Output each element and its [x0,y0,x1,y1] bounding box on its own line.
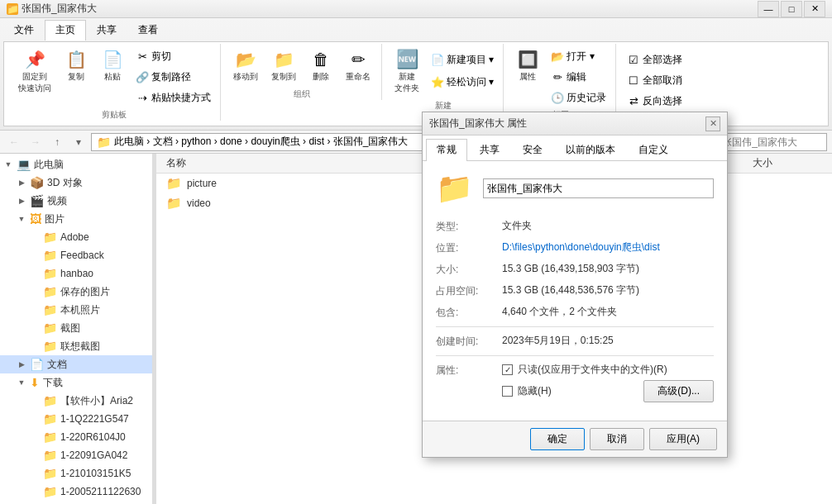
cut-button[interactable]: ✂ 剪切 [131,47,215,66]
minimize-button[interactable]: — [758,1,779,17]
expand-icon-saved [30,287,40,297]
dialog-title-text: 张国伟_国家伟大 属性 [429,116,527,131]
copy-button[interactable]: 📋 复制 [59,44,93,87]
sidebar-item-downloads[interactable]: ▼ ⬇ 下载 [0,373,152,392]
maximize-button[interactable]: □ [781,1,802,17]
sidebar-item-saved-pictures[interactable]: 📁 保存的图片 [0,283,152,301]
advanced-button[interactable]: 高级(D)... [643,380,714,402]
dialog-tab-previous[interactable]: 以前的版本 [555,139,626,160]
invert-icon: ⇄ [627,95,640,108]
attr-options: 只读(仅应用于文件夹中的文件)(R) 隐藏(H) 高级(D)... [502,363,714,406]
new-item-button[interactable]: 📄 新建项目 ▾ [427,50,498,69]
ok-button[interactable]: 确定 [530,428,585,450]
dialog-tab-share[interactable]: 共享 [469,139,510,160]
location-value[interactable]: D:\files\python\done\douyin爬虫\dist [502,240,714,254]
sidebar-item-d2[interactable]: 📁 1-220R6104J0 [0,428,152,446]
select-none-button[interactable]: ☐ 全部取消 [623,71,686,90]
sidebar-item-videos[interactable]: ▶ 🎬 视频 [0,192,152,210]
copy-path-button[interactable]: 🔗 复制路径 [131,68,215,87]
ribbon-group-organize: 📂 移动到 📁 复制到 🗑 删除 ✏ 重命名 组织 [222,44,382,100]
ribbon-tabs: 文件 主页 共享 查看 [3,20,829,40]
select-none-label: 全部取消 [643,74,682,88]
size-disk-value: 15.3 GB (16,448,536,576 字节) [502,283,714,297]
dialog-tab-general[interactable]: 常规 [426,139,467,161]
edit-button[interactable]: ✏ 编辑 [547,68,610,87]
sidebar-item-feedback[interactable]: 📁 Feedback [0,246,152,264]
tab-file[interactable]: 文件 [3,20,45,40]
sidebar-label-d5: 1-2005211122630 [60,486,141,497]
sidebar-item-3d-objects[interactable]: ▶ 📦 3D 对象 [0,174,152,192]
sidebar: ▼ 💻 此电脑 ▶ 📦 3D 对象 ▶ 🎬 视频 ▼ 🖼 图片 📁 Adobe … [0,154,153,504]
type-value: 文件夹 [502,219,714,233]
sidebar-label-d4: 1-210103151K5 [60,468,131,479]
tab-view[interactable]: 查看 [127,20,169,40]
dialog-close-button[interactable]: ✕ [705,116,720,131]
properties-button[interactable]: 🔲 属性 [510,44,545,87]
sidebar-item-d3[interactable]: 📁 1-22091GA042 [0,446,152,464]
clipboard-small-buttons: ✂ 剪切 🔗 复制路径 ⇢ 粘贴快捷方式 [131,44,215,107]
open-button[interactable]: 📂 打开 ▾ [547,47,610,66]
open-icon: 📂 [551,50,564,64]
rename-button[interactable]: ✏ 重命名 [340,44,376,87]
invert-label: 反向选择 [643,94,682,108]
hidden-checkbox[interactable] [502,386,513,397]
up-button[interactable]: ↑ [48,133,66,151]
sidebar-label-camera: 本机照片 [60,303,100,317]
sidebar-item-documents[interactable]: ▶ 📄 文档 [0,355,152,373]
apply-button[interactable]: 应用(A) [649,428,717,450]
readonly-checkbox[interactable] [502,364,513,375]
close-button[interactable]: ✕ [804,1,825,17]
easy-access-label: 轻松访问 ▾ [447,75,494,89]
easy-access-button[interactable]: ⭐ 轻松访问 ▾ [427,73,498,92]
move-to-button[interactable]: 📂 移动到 [227,44,264,87]
contains-label: 包含: [436,305,502,320]
paste-button[interactable]: 📄 粘贴 [95,44,130,87]
sidebar-item-this-pc[interactable]: ▼ 💻 此电脑 [0,155,152,174]
invert-selection-button[interactable]: ⇄ 反向选择 [623,92,686,111]
delete-label: 删除 [313,71,329,83]
sidebar-item-d1[interactable]: 📁 1-1Q2221G547 [0,410,152,428]
dialog-title-bar[interactable]: 张国伟_国家伟大 属性 ✕ [423,112,727,136]
paste-label: 粘贴 [104,71,121,83]
sidebar-label-this-pc: 此电脑 [34,158,64,172]
sidebar-item-d6[interactable]: 📁 1-220303150621 [0,501,152,504]
dialog-folder-icon: 📁 [436,171,473,206]
paste-shortcut-button[interactable]: ⇢ 粘贴快捷方式 [131,88,215,107]
dialog-footer: 确定 取消 应用(A) [423,421,727,457]
cut-label: 剪切 [151,50,171,64]
sidebar-item-hanbao[interactable]: 📁 hanbao [0,264,152,283]
hidden-row: 隐藏(H) 高级(D)... [502,380,714,402]
ribbon-group-open: 🔲 属性 📂 打开 ▾ ✏ 编辑 🕒 历史记录 [505,44,616,121]
sidebar-item-aria2[interactable]: 📁 【软件小】Aria2 [0,392,152,410]
sidebar-item-lenovo[interactable]: 📁 联想截图 [0,337,152,355]
dialog-body: 📁 类型: 文件夹 位置: D:\files\python\done\douyi… [423,161,727,421]
delete-button[interactable]: 🗑 删除 [304,44,338,87]
dialog-attributes: 属性: 只读(仅应用于文件夹中的文件)(R) 隐藏(H) 高级(D)... [436,363,714,406]
sidebar-item-d4[interactable]: 📁 1-210103151K5 [0,464,152,483]
pin-label: 固定到快速访问 [18,71,51,94]
folder-name-input[interactable] [483,178,714,198]
pin-button[interactable]: 📌 固定到快速访问 [12,44,57,98]
recent-locations-button[interactable]: ▾ [69,133,88,151]
dialog-tab-custom[interactable]: 自定义 [628,139,679,160]
move-label: 移动到 [233,71,258,83]
col-size[interactable]: 大小 [746,156,829,170]
tab-share[interactable]: 共享 [86,20,127,40]
sidebar-item-adobe[interactable]: 📁 Adobe [0,228,152,246]
back-button[interactable]: ← [5,133,23,151]
sidebar-item-pictures[interactable]: ▼ 🖼 图片 [0,210,152,228]
window-controls: — □ ✕ [758,1,825,17]
copy-to-button[interactable]: 📁 复制到 [265,44,302,87]
cancel-button[interactable]: 取消 [590,428,644,450]
select-all-button[interactable]: ☑ 全部选择 [623,50,686,69]
sidebar-item-d5[interactable]: 📁 1-2005211122630 [0,483,152,501]
sidebar-item-screenshots[interactable]: 📁 截图 [0,319,152,337]
new-folder-button[interactable]: 🆕 新建文件夹 [389,44,425,98]
tab-home[interactable]: 主页 [45,20,86,40]
history-button[interactable]: 🕒 历史记录 [547,88,610,107]
readonly-label: 只读(仅应用于文件夹中的文件)(R) [518,363,667,377]
easy-access-icon: ⭐ [431,76,444,89]
forward-button[interactable]: → [26,133,45,151]
dialog-tab-security[interactable]: 安全 [512,139,553,160]
sidebar-item-camera-roll[interactable]: 📁 本机照片 [0,301,152,319]
